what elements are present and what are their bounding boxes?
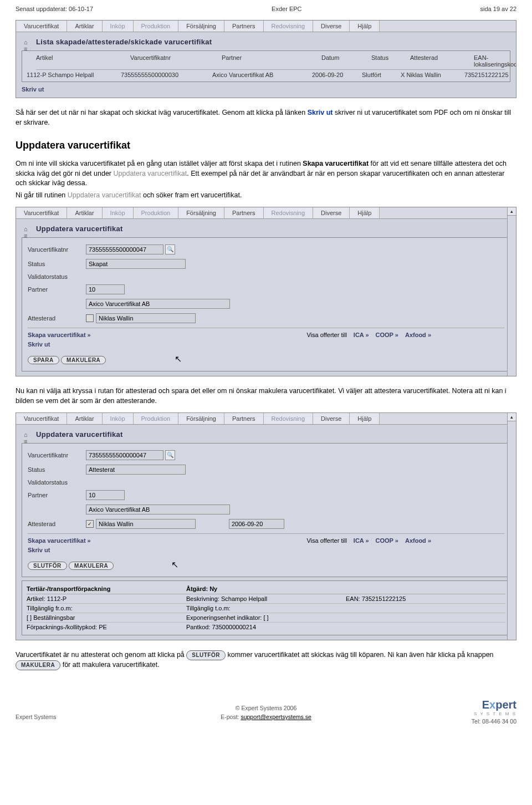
lbl-attesterad: Attesterad (28, 315, 86, 322)
lbl-validator: Validatorstatus (28, 479, 86, 486)
menu-forsaljning[interactable]: Försäljning (178, 21, 224, 32)
link-ica[interactable]: ICA » (354, 537, 369, 544)
inline-btn-makulera: MAKULERA (16, 660, 60, 670)
sub-bestallningsbar: [ ] Beställningsbar (27, 614, 186, 621)
cell-partner: Axico Varucertifikat AB (212, 72, 312, 78)
window-title: Uppdatera varucertifikat (22, 428, 510, 443)
window-title: Lista skapade/attesterade/skickade varuc… (22, 35, 510, 50)
side-icons: ⌂≡ (22, 222, 36, 242)
menubar: Varucertifikat Artiklar Inköp Produktion… (16, 21, 516, 32)
sub-from: Tillgänglig fr.o.m: (27, 605, 186, 612)
footer-tel: Tel: 08-446 34 00 (472, 716, 516, 725)
lbl-status: Status (28, 466, 86, 473)
menu-artiklar[interactable]: Artiklar (67, 21, 102, 32)
p1a: Så här ser det ut när ni har skapat och … (16, 109, 308, 116)
menu-forsaljning[interactable]: Försäljning (178, 207, 224, 218)
menu-artiklar[interactable]: Artiklar (67, 207, 102, 218)
section-heading: Uppdatera varucertifikat (16, 134, 516, 155)
search-icon[interactable]: 🔍 (165, 244, 175, 254)
link-coop[interactable]: COOP » (376, 332, 398, 338)
p3c: och söker fram ert varucertifikat. (141, 191, 242, 199)
p4: Nu kan ni välja att kryssa i rutan för a… (16, 386, 516, 406)
side-icons: ⌂≡ (22, 428, 36, 448)
menu-partners[interactable]: Partners (224, 21, 264, 32)
lbl-vnr: Varucertifikatnr (28, 246, 86, 253)
sub-forpackning: Förpacknings-/kollitypkod: PE (27, 624, 186, 630)
cell-attesterad: X Niklas Wallin (401, 72, 464, 78)
sub-pantkod: Pantkod: 7350000000214 (186, 624, 346, 630)
sub-ean: EAN: 7352151222125 (346, 595, 505, 602)
input-vnr[interactable]: 73555555500000047 (86, 244, 163, 254)
menu-hjalp[interactable]: Hjälp (350, 21, 380, 32)
menu-diverse[interactable]: Diverse (313, 413, 350, 424)
btn-makulera[interactable]: MAKULERA (69, 562, 114, 570)
footer-email[interactable]: support@expertsystems.se (241, 714, 311, 720)
inline-btn-slutfor: SLUTFÖR (186, 650, 226, 660)
btn-spara[interactable]: SPARA (28, 356, 59, 364)
link-skriv-ut[interactable]: Skriv ut (28, 341, 50, 348)
sub-beskrivning: Beskrivning: Schampo Helpall (186, 595, 346, 602)
lbl-attesterad: Attesterad (28, 521, 86, 527)
menu-hjalp[interactable]: Hjälp (350, 207, 380, 218)
link-coop[interactable]: COOP » (376, 537, 398, 544)
p1b: Skriv ut (308, 109, 333, 116)
search-icon[interactable]: 🔍 (165, 450, 175, 460)
col-partner: Partner (222, 54, 321, 68)
col-varunr: Varucertifikatnr (130, 54, 222, 68)
link-skapa[interactable]: Skapa varucertifikat » (28, 332, 91, 338)
cell-status: Slutfört (362, 72, 401, 78)
menu-varucertifikat[interactable]: Varucertifikat (16, 207, 67, 218)
menu-inkop: Inköp (103, 413, 134, 424)
header-center: Exder EPC (272, 6, 301, 12)
menu-artiklar[interactable]: Artiklar (67, 413, 102, 424)
menubar: Varucertifikat Artiklar Inköp Produktion… (16, 413, 516, 425)
menu-partners[interactable]: Partners (224, 413, 264, 424)
scrollbar[interactable] (507, 413, 516, 640)
footer-left: Expert Systems (16, 714, 57, 720)
checkbox-attesterad[interactable] (86, 314, 94, 322)
menu-forsaljning[interactable]: Försäljning (178, 413, 224, 424)
menu-varucertifikat[interactable]: Varucertifikat (16, 21, 67, 32)
lbl-visa: Visa offerter till (306, 332, 346, 338)
menu-varucertifikat[interactable]: Varucertifikat (16, 413, 67, 424)
input-status: Skapat (86, 259, 186, 269)
link-skriv-ut[interactable]: Skriv ut (28, 547, 50, 553)
input-partner-id[interactable]: 10 (86, 284, 125, 294)
menu-diverse[interactable]: Diverse (313, 21, 350, 32)
input-attesterad: Niklas Wallin (96, 519, 196, 529)
menu-produktion: Produktion (134, 21, 179, 32)
col-datum: Datum (321, 54, 371, 68)
btn-slutfor[interactable]: SLUTFÖR (28, 562, 67, 570)
input-vnr[interactable]: 73555555500000047 (86, 450, 163, 460)
footer-mid-label: E-post: (221, 714, 241, 720)
btn-makulera[interactable]: MAKULERA (61, 356, 106, 364)
list-panel: Artikel Varucertifikatnr Partner Datum S… (22, 50, 510, 82)
scrollbar[interactable] (507, 207, 516, 376)
link-skapa[interactable]: Skapa varucertifikat » (28, 537, 91, 544)
link-axfood[interactable]: Axfood » (405, 332, 431, 338)
p2b: Skapa varucertifikat (303, 160, 369, 167)
link-ica[interactable]: ICA » (354, 332, 369, 338)
cell-datum: 2006-09-20 (312, 72, 362, 78)
p2a: Om ni inte vill skicka varucertifikatet … (16, 160, 303, 167)
menu-produktion: Produktion (134, 207, 179, 218)
sub-artikel: Artikel: 1112-P (27, 595, 186, 602)
menu-inkop: Inköp (103, 207, 134, 218)
menu-inkop: Inköp (103, 21, 134, 32)
menu-diverse[interactable]: Diverse (313, 207, 350, 218)
side-icons: ⌂≡ (22, 35, 36, 55)
input-partner-id[interactable]: 10 (86, 490, 125, 500)
col-ean: EAN-lokaliseringskod (474, 54, 505, 68)
menu-hjalp[interactable]: Hjälp (350, 413, 380, 424)
sub-exponering: Exponeringsenhet indikator: [ ] (186, 614, 346, 621)
menu-redovisning: Redovisning (264, 413, 314, 424)
checkbox-attesterad[interactable]: ✓ (86, 520, 94, 528)
p5a: Varucertifikatet är nu attesterat och ge… (16, 651, 186, 659)
lbl-status: Status (28, 261, 86, 267)
menu-partners[interactable]: Partners (224, 207, 264, 218)
menu-produktion: Produktion (134, 413, 179, 424)
link-axfood[interactable]: Axfood » (405, 537, 431, 544)
table-row[interactable]: 1112-P Schampo Helpall 73555555500000030… (27, 70, 505, 78)
link-skriv-ut[interactable]: Skriv ut (22, 86, 44, 93)
cell-ean: 7352151222125 (464, 72, 505, 78)
